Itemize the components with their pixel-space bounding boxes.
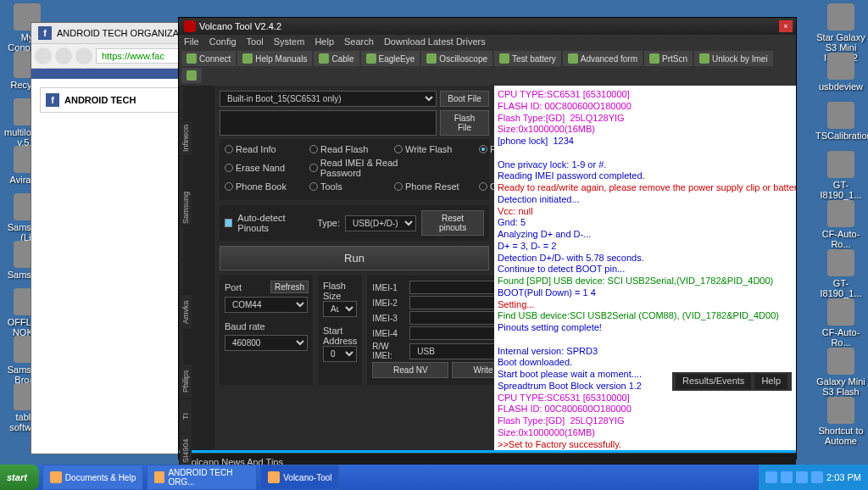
side-tab[interactable] (180, 226, 183, 259)
reset-pinouts-button[interactable]: Reset pinouts (421, 210, 484, 236)
left-panel: Built-in Boot_15(SC6531 only) Boot File … (214, 86, 494, 450)
pinout-type-combo[interactable]: USB(D+/D-) (345, 215, 416, 231)
action-radio[interactable]: Erase Nand (225, 158, 301, 178)
result-tab[interactable]: Results/Events (676, 374, 751, 389)
volcano-window: Volcano Tool V2.4.2 × FileConfigToolSyst… (178, 17, 797, 459)
autodetect-checkbox[interactable] (225, 219, 232, 227)
back-button[interactable] (35, 47, 52, 64)
desktop-icon[interactable]: CF-Auto-Ro... (815, 200, 866, 249)
read-nv-button[interactable]: Read NV (372, 362, 448, 378)
tray-icon[interactable] (796, 471, 808, 483)
log-line: Setting... (498, 299, 793, 311)
side-tab[interactable] (180, 260, 183, 294)
side-tab[interactable]: Amvka (180, 295, 192, 329)
toolbar-button[interactable]: PrtScn (644, 51, 693, 66)
toolbar-button[interactable]: Oscilloscope (421, 51, 492, 66)
log-line: Size:0x1000000(16MB) (498, 427, 793, 439)
menu-item[interactable]: Search (344, 36, 374, 47)
log-line: Find USB device:SCI USB2Serial (COM88), … (498, 310, 793, 322)
toolbar-button[interactable]: Test battery (494, 51, 561, 66)
toolbar-button[interactable]: Cable (314, 51, 359, 66)
action-radio[interactable]: Read Info (225, 144, 301, 154)
log-line: Pinouts setting complete! (498, 322, 793, 334)
toolbar-button[interactable]: EagleEye (361, 51, 420, 66)
menu-item[interactable]: Config (209, 36, 236, 47)
toolbar-button[interactable]: Help Manuals (237, 51, 312, 66)
menu-item[interactable]: Help (314, 36, 334, 47)
log-line: Found [SPD] USB device: SCI USB2Serial,(… (498, 276, 793, 287)
port-combo[interactable]: COM44 (225, 297, 308, 313)
action-radio[interactable]: Read Flash (309, 144, 386, 154)
flash-path-input[interactable] (220, 110, 437, 136)
desktop-icon[interactable]: GT-I8190_1... (815, 151, 866, 200)
side-tab[interactable]: SI4904 (180, 434, 192, 468)
taskbar-button[interactable]: Documents & Help (42, 465, 143, 490)
taskbar-button[interactable]: Volcano-Tool (260, 465, 339, 490)
menu-item[interactable]: Tool (247, 36, 264, 47)
tray-icon[interactable] (781, 471, 793, 483)
log-line: Flash Type:[GD] 25LQ128YIG (498, 113, 793, 125)
side-tab[interactable]: Philips (180, 365, 192, 398)
log-line: BOOT(Pull Down) = 1 4 (498, 287, 793, 299)
log-line: FLASH ID: 00C800600O180000 (498, 404, 793, 415)
start-addr-combo[interactable]: 0 (323, 346, 357, 362)
forward-button[interactable] (55, 47, 72, 64)
app-icon (184, 20, 196, 32)
title-bar[interactable]: Volcano Tool V2.4.2 × (179, 18, 796, 35)
side-tab[interactable]: TI (180, 399, 192, 433)
results-tabs: Results/EventsHelp (672, 372, 792, 391)
toolbar-button[interactable]: Advanced form (563, 51, 643, 66)
log-line: [phone lock] 1234 (498, 136, 793, 148)
start-button[interactable]: start (0, 465, 39, 490)
desktop-icon[interactable]: Shortcut to Autome (815, 397, 866, 446)
toolbar-button[interactable]: Unlock by Imei (694, 51, 773, 66)
log-line: CPU TYPE:SC6531 [65310000] (498, 89, 793, 101)
clock: 2:03 PM (826, 472, 861, 482)
log-panel[interactable]: CPU TYPE:SC6531 [65310000]FLASH ID: 00C8… (494, 86, 796, 450)
menu-item[interactable]: Download Latest Drivers (384, 36, 486, 47)
desktop-icon[interactable]: TSCalibration2 (815, 102, 866, 141)
baud-combo[interactable]: 460800 (225, 335, 308, 351)
desktop-icon[interactable]: CF-Auto-Ro... (815, 298, 866, 348)
desktop-icon[interactable]: GT-I8190_1... (815, 249, 866, 298)
log-line: Internal version: SPRD3 (498, 346, 793, 358)
log-line: Detection initiated... (498, 194, 793, 206)
tray-icon[interactable] (811, 471, 823, 483)
boot-combo[interactable]: Built-in Boot_15(SC6531 only) (220, 91, 437, 107)
flash-size-combo[interactable]: Auto (323, 301, 357, 317)
side-tab[interactable] (180, 156, 183, 190)
tray-icon[interactable] (765, 471, 777, 483)
toolbar: ConnectHelp ManualsCableEagleEyeOscillos… (179, 48, 796, 86)
menu-item[interactable]: System (274, 36, 305, 47)
log-line: D+ = 3, D- = 2 (498, 241, 793, 253)
log-line: >>Set to Factory successfully. (498, 439, 793, 451)
run-button[interactable]: Run (220, 246, 489, 270)
result-tab[interactable]: Help (754, 374, 787, 389)
log-line: Ready to read/write again, please remove… (498, 182, 793, 194)
menu-item[interactable]: File (184, 36, 199, 47)
refresh-button[interactable]: Refresh (270, 281, 309, 293)
log-line: Size:0x1000000(16MB) (498, 124, 793, 136)
action-radio[interactable]: Phone Reset (394, 181, 470, 192)
desktop-icon[interactable]: usbdeview (815, 53, 866, 92)
toolbar-button[interactable]: Connect (181, 51, 236, 66)
system-tray[interactable]: 2:03 PM (759, 465, 868, 490)
action-radio[interactable]: Tools (309, 181, 386, 192)
action-radio[interactable]: Read IMEI & Read Password (309, 158, 437, 178)
side-tab[interactable] (180, 86, 183, 120)
taskbar-button[interactable]: ANDROID TECH ORG... (147, 465, 257, 490)
boot-file-button[interactable]: Boot File (440, 91, 489, 107)
side-tab[interactable] (180, 330, 183, 364)
side-tab[interactable]: Infineon (180, 121, 192, 155)
log-line (498, 334, 793, 346)
gear-icon[interactable] (181, 68, 202, 83)
action-radio[interactable]: Phone Book (225, 181, 301, 192)
reload-button[interactable] (75, 47, 92, 64)
flash-panel: Flash Size Auto Start Address 0 (318, 276, 362, 385)
close-icon[interactable]: × (779, 20, 793, 32)
side-tab[interactable]: Samsung (180, 191, 192, 225)
log-line: One privacy lock: 1-9 or #. (498, 159, 793, 171)
log-line: Flash Type:[GD] 25LQ128YIG (498, 415, 793, 427)
flash-file-button[interactable]: Flash File (440, 110, 489, 136)
action-radio[interactable]: Write Flash (394, 144, 470, 154)
